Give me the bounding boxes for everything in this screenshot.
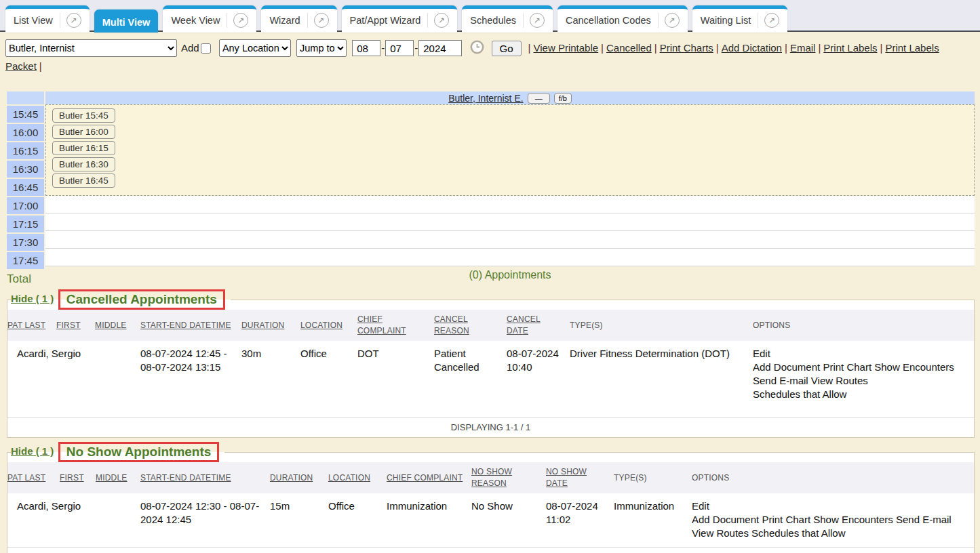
date-day-field[interactable] xyxy=(385,40,414,56)
column-sort-link[interactable]: FIRST xyxy=(60,473,84,483)
cell-noshow-reason: No Show xyxy=(471,493,546,547)
empty-slot-row[interactable] xyxy=(45,249,975,266)
toolbar-link[interactable]: Print Labels xyxy=(823,42,877,54)
cell-middle xyxy=(95,341,140,417)
view-tab[interactable]: Week View ↗ xyxy=(163,5,256,33)
collapse-button[interactable]: — xyxy=(528,93,550,104)
date-month-field[interactable] xyxy=(352,40,380,56)
time-label: 17:00 xyxy=(7,197,44,214)
toolbar-link[interactable]: Cancelled xyxy=(606,42,652,54)
time-label: 16:45 xyxy=(7,179,44,196)
column-sort-link[interactable]: PAT LAST xyxy=(7,321,45,330)
column-sort-link[interactable]: NO SHOW REASON xyxy=(471,467,512,488)
cell-options[interactable]: Edit Add Document Print Chart Show Encou… xyxy=(692,493,974,547)
noshow-appointment-row: Acardi, Sergio 08-07-2024 12:30 - 08-07-… xyxy=(7,493,974,547)
noshow-paging-status: DISPLAYING 1-1 / 1 xyxy=(7,547,974,553)
tab-label: Cancellation Codes xyxy=(566,15,651,26)
column-header: OPTIONS xyxy=(753,310,974,341)
provider-link[interactable]: Butler, Internist E. xyxy=(448,93,524,104)
column-header: LOCATION xyxy=(328,462,387,493)
column-header: FIRST xyxy=(60,462,96,493)
slot-button[interactable]: Butler 16:30 xyxy=(52,157,115,171)
table-header-row: PAT LASTFIRSTMIDDLESTART-END DATETIMEDUR… xyxy=(7,310,974,341)
column-header: START-END DATETIME xyxy=(140,310,241,341)
add-checkbox[interactable] xyxy=(201,43,211,54)
go-button[interactable]: Go xyxy=(492,41,522,56)
hide-cancelled-link[interactable]: Hide ( 1 ) xyxy=(11,293,54,304)
view-tab[interactable]: Cancellation Codes ↗ xyxy=(557,5,688,33)
column-sort-link[interactable]: START-END DATETIME xyxy=(140,321,231,330)
provider-hours-area[interactable]: Butler 15:45Butler 16:00Butler 16:15Butl… xyxy=(45,104,975,196)
link-separator: | xyxy=(528,42,531,54)
provider-select[interactable]: Butler, Internist xyxy=(5,39,177,57)
cell-options[interactable]: Edit Add Document Print Chart Show Encou… xyxy=(753,341,974,417)
cell-cancel-reason: Patient Cancelled xyxy=(434,341,507,417)
view-tab[interactable]: Pat/Appt Wizard ↗ xyxy=(342,5,458,33)
column-sort-link[interactable]: CHIEF COMPLAINT xyxy=(387,473,463,483)
date-year-field[interactable] xyxy=(418,40,462,56)
popout-icon[interactable]: ↗ xyxy=(233,13,248,28)
hide-noshow-link[interactable]: Hide ( 1 ) xyxy=(11,445,54,457)
location-select[interactable]: Any Location xyxy=(219,39,291,57)
column-sort-link[interactable]: NO SHOW DATE xyxy=(546,467,587,488)
empty-slot-row[interactable] xyxy=(45,231,975,249)
noshow-appointments-section: Hide ( 1 ) No Show Appointments PAT LAST… xyxy=(7,442,975,553)
column-header: FIRST xyxy=(56,310,95,341)
toolbar-link[interactable]: Add Dictation xyxy=(722,42,782,54)
cancelled-appointment-row: Acardi, Sergio 08-07-2024 12:45 - 08-07-… xyxy=(7,341,974,417)
calendar-clock-icon[interactable] xyxy=(470,40,484,56)
view-tab[interactable]: Wizard ↗ xyxy=(261,5,336,33)
cell-datetime: 08-07-2024 12:30 - 08-07-2024 12:45 xyxy=(140,493,270,547)
column-header: CANCEL DATE xyxy=(507,310,570,341)
column-sort-link[interactable]: FIRST xyxy=(56,321,81,330)
view-tab[interactable]: Multi View ↗ xyxy=(94,9,159,33)
table-header-row: PAT LASTFIRSTMIDDLESTART-END DATETIMEDUR… xyxy=(7,462,974,493)
popout-icon[interactable]: ↗ xyxy=(314,13,329,28)
column-sort-link[interactable]: LOCATION xyxy=(328,473,370,483)
slot-button[interactable]: Butler 15:45 xyxy=(52,108,115,123)
date-separator: - xyxy=(414,42,418,54)
column-sort-link[interactable]: MIDDLE xyxy=(96,473,128,483)
toolbar-link[interactable]: View Printable xyxy=(533,42,598,54)
column-sort-link[interactable]: CANCEL DATE xyxy=(507,314,541,335)
popout-icon[interactable]: ↗ xyxy=(764,13,779,28)
noshow-appointments-table: PAT LASTFIRSTMIDDLESTART-END DATETIMEDUR… xyxy=(7,462,974,547)
column-header: TYPE(S) xyxy=(614,462,692,493)
view-tab[interactable]: Schedules ↗ xyxy=(462,5,553,33)
column-sort-link[interactable]: CANCEL REASON xyxy=(434,314,469,335)
popout-icon[interactable]: ↗ xyxy=(66,13,81,28)
empty-slot-row[interactable] xyxy=(45,196,975,213)
column-header: CHIEF COMPLAINT xyxy=(357,310,434,341)
fb-button[interactable]: f/b xyxy=(554,93,572,104)
slot-button[interactable]: Butler 16:45 xyxy=(52,173,115,188)
column-sort-link[interactable]: OPTIONS xyxy=(692,473,729,483)
view-tab[interactable]: List View ↗ xyxy=(5,5,90,33)
popout-icon[interactable]: ↗ xyxy=(434,13,449,28)
time-label: 17:45 xyxy=(7,252,44,269)
toolbar-link[interactable]: Print Charts xyxy=(660,42,713,54)
time-label: 16:00 xyxy=(7,124,44,141)
column-sort-link[interactable]: MIDDLE xyxy=(95,321,127,330)
jump-to-select[interactable]: Jump to xyxy=(296,39,347,57)
link-separator: | xyxy=(654,42,657,54)
slot-button[interactable]: Butler 16:15 xyxy=(52,141,115,155)
slot-button[interactable]: Butler 16:00 xyxy=(52,125,115,139)
column-sort-link[interactable]: TYPE(S) xyxy=(570,321,603,330)
column-sort-link[interactable]: START-END DATETIME xyxy=(140,473,231,483)
tab-label: Wizard xyxy=(269,15,300,26)
view-tab[interactable]: Waiting List ↗ xyxy=(692,5,787,33)
column-sort-link[interactable]: DURATION xyxy=(241,321,284,330)
popout-icon[interactable]: ↗ xyxy=(665,13,680,28)
column-sort-link[interactable]: LOCATION xyxy=(300,321,342,330)
popout-icon[interactable]: ↗ xyxy=(530,13,545,28)
column-sort-link[interactable]: PAT LAST xyxy=(7,473,45,483)
date-separator: - xyxy=(381,42,385,54)
link-separator: | xyxy=(716,42,719,54)
column-sort-link[interactable]: OPTIONS xyxy=(753,321,790,330)
column-sort-link[interactable]: DURATION xyxy=(270,473,313,483)
column-sort-link[interactable]: TYPE(S) xyxy=(614,473,647,483)
empty-slot-row[interactable] xyxy=(45,213,975,231)
tab-label: Waiting List xyxy=(701,15,751,26)
column-sort-link[interactable]: CHIEF COMPLAINT xyxy=(357,314,406,335)
toolbar-link[interactable]: Email xyxy=(790,42,816,54)
